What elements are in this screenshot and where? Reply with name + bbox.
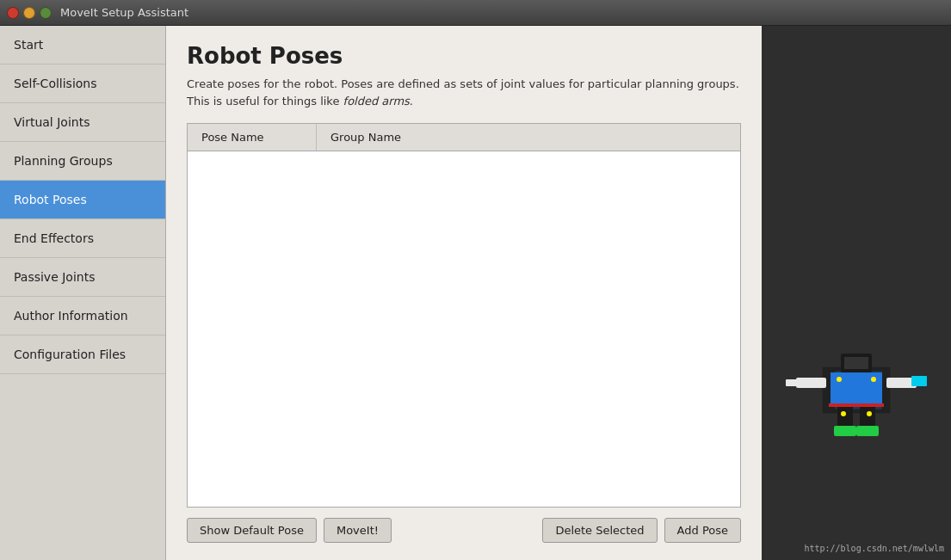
show-default-pose-button[interactable]: Show Default Pose — [187, 518, 317, 543]
poses-table: Pose Name Group Name — [187, 123, 741, 508]
add-pose-button[interactable]: Add Pose — [664, 518, 741, 543]
page-description: Create poses for the robot. Poses are de… — [187, 76, 741, 109]
sidebar-item-self-collisions[interactable]: Self-Collisions — [0, 65, 165, 103]
svg-rect-3 — [829, 403, 884, 407]
svg-point-12 — [837, 377, 842, 382]
moveit-button[interactable]: MoveIt! — [324, 518, 392, 543]
window-controls[interactable] — [7, 7, 52, 19]
maximize-button[interactable] — [40, 7, 52, 19]
window-title: MoveIt Setup Assistant — [60, 6, 188, 19]
app-window: Start Self-Collisions Virtual Joints Pla… — [0, 26, 951, 560]
bottom-bar: Show Default Pose MoveIt! Delete Selecte… — [187, 518, 741, 543]
robot-visualization — [770, 302, 942, 474]
svg-rect-9 — [860, 407, 875, 428]
col-header-group-name: Group Name — [317, 124, 446, 151]
svg-rect-7 — [911, 376, 927, 386]
viewport-canvas: http://blog.csdn.net/mwlwlm — [762, 26, 951, 560]
description-text-1: Create poses for the robot. Poses are de… — [187, 77, 739, 108]
svg-rect-8 — [837, 407, 853, 428]
table-header: Pose Name Group Name — [188, 124, 740, 151]
sidebar-item-end-effectors[interactable]: End Effectors — [0, 219, 165, 258]
3d-viewport: http://blog.csdn.net/mwlwlm — [762, 26, 951, 560]
sidebar-item-planning-groups[interactable]: Planning Groups — [0, 142, 165, 181]
main-content: Robot Poses Create poses for the robot. … — [166, 26, 762, 560]
table-body — [188, 151, 740, 507]
minimize-button[interactable] — [23, 7, 35, 19]
svg-point-15 — [867, 411, 872, 416]
page-title: Robot Poses — [187, 43, 741, 69]
sidebar: Start Self-Collisions Virtual Joints Pla… — [0, 26, 166, 560]
close-button[interactable] — [7, 7, 19, 19]
sidebar-item-configuration-files[interactable]: Configuration Files — [0, 335, 165, 374]
sidebar-item-virtual-joints[interactable]: Virtual Joints — [0, 103, 165, 142]
svg-point-13 — [871, 377, 876, 382]
svg-point-14 — [841, 411, 846, 416]
svg-rect-10 — [834, 426, 856, 436]
col-header-pose-name: Pose Name — [188, 124, 317, 151]
titlebar: MoveIt Setup Assistant — [0, 0, 951, 26]
svg-rect-5 — [786, 379, 801, 386]
sidebar-item-robot-poses[interactable]: Robot Poses — [0, 181, 165, 219]
sidebar-item-passive-joints[interactable]: Passive Joints — [0, 258, 165, 297]
svg-rect-17 — [844, 357, 868, 369]
delete-selected-button[interactable]: Delete Selected — [542, 518, 657, 543]
watermark-text: http://blog.csdn.net/mwlwlm — [804, 544, 944, 553]
description-text-2: . — [410, 95, 413, 108]
description-italic: folded arms — [343, 95, 410, 108]
sidebar-item-start[interactable]: Start — [0, 26, 165, 65]
svg-rect-11 — [856, 426, 879, 436]
sidebar-item-author-information[interactable]: Author Information — [0, 297, 165, 335]
